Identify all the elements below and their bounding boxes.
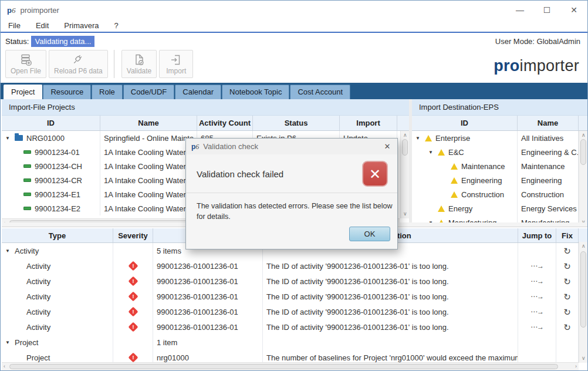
tab-project[interactable]: Project	[4, 85, 42, 99]
eps-name: Maintenance	[518, 159, 579, 173]
fix-icon[interactable]: ↻	[563, 247, 571, 255]
fix-icon[interactable]: ↻	[563, 308, 571, 316]
error-item-id: 99001236-01001236-01	[153, 274, 263, 289]
validation-rows: ▼ Activity 5 items ↻ Activity 9900	[2, 243, 579, 363]
error-severity-icon	[128, 261, 138, 271]
scroll-thumb[interactable]	[402, 139, 408, 156]
tab-role[interactable]: Role	[92, 85, 123, 99]
validation-row[interactable]: Activity 99001236-01001236-01 The ID of …	[2, 258, 579, 274]
eps-id: Maintenance	[461, 162, 505, 171]
fix-icon[interactable]: ↻	[563, 262, 571, 271]
project-id: 99001234-E2	[35, 204, 80, 213]
dialog-separator	[186, 193, 397, 193]
row-type-icon	[23, 178, 31, 182]
import-arrow-icon	[169, 53, 183, 66]
error-type: Activity	[15, 247, 39, 255]
error-type: Project	[26, 353, 50, 362]
eps-row[interactable]: ▼ Enterprise All Initiatives	[412, 131, 579, 145]
validation-row[interactable]: Activity 99001236-01001236-01 The ID of …	[2, 304, 579, 319]
tab-calendar[interactable]: Calendar	[175, 85, 221, 99]
validation-row[interactable]: ▼ Project 1 item	[2, 335, 579, 350]
eps-tree-rows: ▼ Enterprise All Initiatives ▼ E&C Engin…	[412, 131, 579, 227]
jump-to-icon[interactable]: ⋯→	[530, 308, 543, 316]
expander-icon[interactable]: ▼	[5, 136, 15, 141]
validate-button[interactable]: Validate	[121, 50, 157, 78]
eps-row[interactable]: Construction Construction	[412, 187, 579, 201]
validation-row[interactable]: Activity 99001236-01001236-01 The ID of …	[2, 289, 579, 304]
error-description: The number of baselines for Project 'nrg…	[263, 350, 518, 363]
brand-logo: proimporter	[494, 57, 579, 75]
scroll-thumb[interactable]	[9, 364, 558, 369]
close-button[interactable]: ✕	[560, 5, 587, 15]
scroll-thumb[interactable]	[580, 251, 586, 328]
jump-to-icon[interactable]: ⋯→	[530, 323, 543, 331]
scroll-thumb[interactable]	[580, 139, 586, 165]
project-id: 99001234-CR	[35, 176, 82, 185]
fix-icon[interactable]: ↻	[563, 277, 571, 286]
left-grid-header: ID Name Activity Count Status Import	[2, 116, 409, 131]
jump-to-icon[interactable]: ⋯→	[530, 262, 543, 270]
eps-row[interactable]: ▼ E&C Engineering & C...	[412, 145, 579, 159]
menu-edit[interactable]: Edit	[28, 21, 56, 30]
right-panel-title: Import Destination-EPS	[412, 99, 587, 116]
scroll-left-icon[interactable]: ‹	[4, 364, 5, 369]
expander-icon[interactable]: ▼	[5, 340, 15, 345]
scroll-down-icon[interactable]: ∨	[403, 211, 407, 217]
error-item-id: 1 item	[153, 335, 263, 350]
validation-row[interactable]: Activity 99001236-01001236-01 The ID of …	[2, 274, 579, 289]
import-destination-eps-panel: Import Destination-EPS ID Name ▼ Enterpr…	[412, 99, 587, 227]
validation-row[interactable]: Activity 99001236-01001236-01 The ID of …	[2, 319, 579, 335]
window-controls: — ☐ ✕	[506, 5, 587, 15]
col-name: Name	[100, 116, 197, 130]
fix-icon[interactable]: ↻	[563, 323, 571, 332]
eps-row[interactable]: Maintenance Maintenance	[412, 159, 579, 173]
menu-help[interactable]: ?	[107, 21, 126, 30]
scroll-right-icon[interactable]: ›	[575, 364, 577, 369]
dialog-close-button[interactable]: ✕	[377, 142, 397, 151]
reload-plug-icon	[71, 53, 85, 66]
bottom-vertical-scrollbar[interactable]: ∧ ∨	[579, 242, 587, 363]
toolbar: Open File Reload P6 data Validate Import…	[1, 49, 587, 83]
right-vertical-scrollbar[interactable]: ∧ ∨	[579, 131, 587, 227]
dialog-error-icon: ✕	[362, 161, 388, 187]
expander-icon[interactable]: ▼	[415, 136, 425, 141]
scroll-up-icon[interactable]: ∧	[403, 133, 407, 138]
project-name: Springfield - Online Mainte...	[100, 131, 197, 145]
dialog-ok-button[interactable]: OK	[349, 227, 390, 241]
minimize-button[interactable]: —	[506, 5, 533, 15]
dialog-title-bar[interactable]: p6 Validation check ✕	[186, 139, 397, 154]
bottom-horizontal-scrollbar[interactable]: ‹ ›	[2, 362, 579, 370]
eps-name: Engineering	[518, 173, 579, 187]
reload-p6-label: Reload P6 data	[54, 67, 103, 75]
validation-row[interactable]: Project nrg01000 The number of baselines…	[2, 350, 579, 363]
menu-primavera[interactable]: Primavera	[56, 21, 106, 30]
fix-icon[interactable]: ↻	[563, 292, 571, 301]
col-fix: Fix	[556, 228, 579, 242]
tab-notebook-topic[interactable]: Notebook Topic	[222, 85, 289, 99]
eps-row[interactable]: Engineering Engineering	[412, 173, 579, 187]
tab-resource[interactable]: Resource	[43, 85, 91, 99]
maximize-button[interactable]: ☐	[533, 5, 560, 15]
menu-file[interactable]: File	[1, 21, 28, 30]
eps-row[interactable]: Energy Energy Services	[412, 201, 579, 215]
row-type-icon	[23, 150, 31, 154]
expander-icon[interactable]: ▼	[5, 248, 15, 254]
menu-bar: File Edit Primavera ?	[1, 19, 587, 33]
status-label: Status:	[5, 37, 29, 46]
open-file-button[interactable]: Open File	[5, 50, 46, 78]
col-id: ID	[412, 116, 518, 130]
scroll-down-icon[interactable]: ∨	[582, 356, 586, 361]
tab-cost-account[interactable]: Cost Account	[290, 85, 350, 99]
jump-to-icon[interactable]: ⋯→	[530, 277, 543, 285]
import-label: Import	[166, 67, 186, 75]
reload-p6-button[interactable]: Reload P6 data	[49, 50, 108, 78]
col-type: Type	[2, 228, 113, 242]
eps-node-icon	[451, 177, 458, 184]
expander-icon[interactable]: ▼	[428, 150, 438, 155]
tab-code-udf[interactable]: Code/UDF	[123, 85, 174, 99]
import-button[interactable]: Import	[159, 50, 193, 78]
jump-to-icon[interactable]: ⋯→	[530, 292, 543, 301]
left-vertical-scrollbar[interactable]: ∧ ∨	[400, 131, 409, 218]
scroll-up-icon[interactable]: ∧	[582, 133, 586, 138]
scroll-up-icon[interactable]: ∧	[582, 244, 586, 249]
